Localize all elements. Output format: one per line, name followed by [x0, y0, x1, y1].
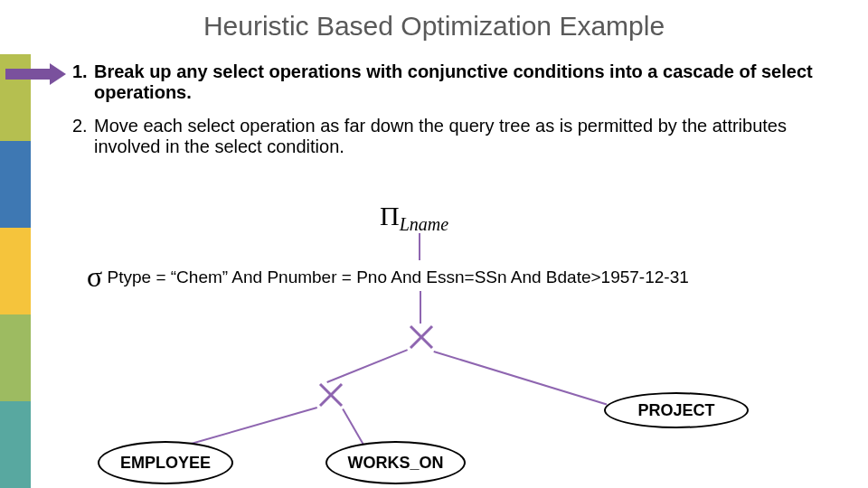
selection-node: σ Ptype = “Chem” And Pnumber = Pno And E… — [87, 260, 689, 294]
projection-node: ΠLname — [380, 201, 448, 235]
relation-works-on: WORKS_ON — [326, 441, 466, 484]
relation-project: PROJECT — [604, 392, 749, 428]
selection-predicate: Ptype = “Chem” And Pnumber = Pno And Ess… — [108, 267, 689, 286]
tree-edge — [419, 233, 420, 260]
tree-edge — [326, 349, 408, 383]
query-tree: ΠLname σ Ptype = “Chem” And Pnumber = Pn… — [0, 0, 868, 488]
sigma-symbol: σ — [87, 260, 102, 293]
cartesian-product-icon — [316, 380, 346, 410]
relation-employee: EMPLOYEE — [98, 441, 233, 484]
cartesian-product-icon — [406, 322, 437, 352]
projection-attr: Lname — [400, 214, 448, 234]
tree-edge — [433, 351, 607, 405]
tree-edge — [420, 291, 421, 324]
pi-symbol: Π — [380, 201, 400, 230]
